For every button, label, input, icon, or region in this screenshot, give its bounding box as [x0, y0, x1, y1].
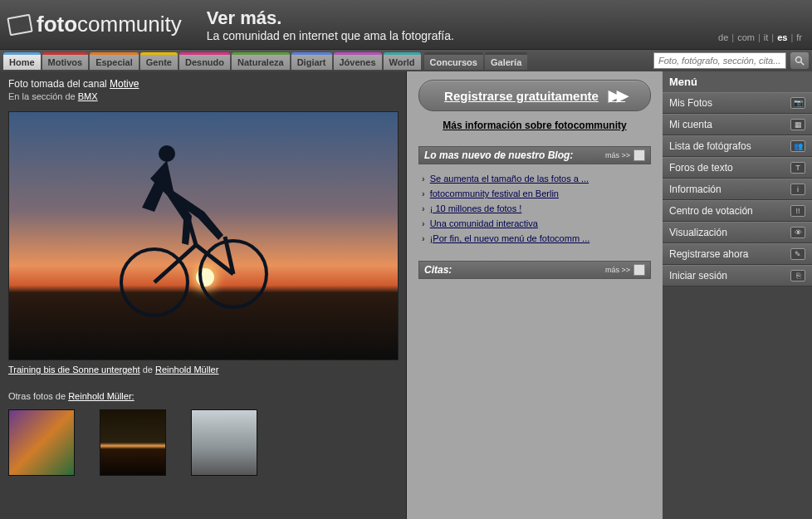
- lang-it[interactable]: it: [764, 32, 769, 42]
- sidebar-item-iniciar-sesión[interactable]: Iniciar sesión⎘: [663, 265, 812, 286]
- sidebar-item-label: Foros de texto: [669, 162, 733, 174]
- tagline: Ver más. La comunidad en internet que am…: [207, 7, 454, 42]
- sidebar-item-registrarse-ahora[interactable]: Registrarse ahora✎: [663, 243, 812, 265]
- blog-item: fotocommunity festival en Berlin: [422, 186, 648, 201]
- blog-item: Una comunidad interactiva: [422, 216, 648, 231]
- sidebar-item-label: Información: [669, 184, 722, 195]
- sidebar-title: Menú: [663, 71, 812, 92]
- sidebar-item-label: Mis Fotos: [669, 97, 712, 109]
- sidebar-item-icon: 📷: [790, 97, 805, 109]
- logo-bold: foto: [37, 12, 77, 37]
- thumbnail[interactable]: [8, 409, 75, 476]
- svg-point-8: [159, 145, 175, 162]
- photo-biker: [109, 137, 275, 320]
- thumbnail-row: [8, 409, 398, 476]
- language-switcher: de|com|it|es|fr: [718, 32, 802, 42]
- tab-naturaleza[interactable]: Naturaleza: [232, 52, 290, 70]
- blog-item: ¡ 10 millones de fotos !: [422, 201, 648, 216]
- tab-motivos[interactable]: Motivos: [42, 52, 89, 70]
- sidebar-item-label: Mi cuenta: [669, 119, 712, 130]
- search-input[interactable]: [653, 52, 786, 69]
- featured-section: En la sección de BMX: [8, 91, 398, 101]
- more-author-link[interactable]: Reinhold Müller:: [68, 391, 134, 401]
- caption-author-link[interactable]: Reinhold Müller: [155, 365, 218, 375]
- blog-list: Se aumenta el tamaño de las fotos a ...f…: [422, 171, 648, 246]
- blog-panel-header: Lo mas nuevo de nuestro Blog: más >>: [418, 146, 651, 164]
- citas-title: Citas:: [424, 264, 452, 276]
- sidebar-item-label: Centro de votación: [669, 205, 753, 217]
- nav-bar: HomeMotivosEspecialGenteDesnudoNaturalez…: [0, 50, 812, 71]
- sidebar-item-icon: ⎘: [790, 270, 805, 282]
- blog-link[interactable]: fotocommunity festival en Berlin: [430, 189, 559, 198]
- sidebar-item-mi-cuenta[interactable]: Mi cuenta▦: [663, 114, 812, 135]
- tagline-big: Ver más.: [207, 7, 454, 29]
- citas-panel-header: Citas: más >>: [418, 261, 651, 279]
- blog-link[interactable]: ¡Por fin, el nuevo menú de fotocomm ...: [430, 233, 590, 243]
- sidebar-item-label: Registrarse ahora: [669, 248, 748, 260]
- lang-fr[interactable]: fr: [796, 32, 802, 42]
- sidebar-item-icon: i: [790, 184, 805, 195]
- search-icon: [795, 56, 805, 66]
- blog-link[interactable]: ¡ 10 millones de fotos !: [430, 203, 522, 213]
- sidebar-item-label: Lista de fotógrafos: [669, 140, 751, 152]
- sidebar-item-mis-fotos[interactable]: Mis Fotos📷: [663, 92, 812, 114]
- svg-point-0: [796, 57, 802, 63]
- blog-more[interactable]: más >>: [605, 149, 645, 161]
- calendar-icon: [633, 149, 645, 161]
- sidebar-item-lista-de-fotógrafos[interactable]: Lista de fotógrafos👥: [663, 135, 812, 157]
- caption-title-link[interactable]: Training bis die Sonne untergeht: [8, 365, 140, 375]
- lang-com[interactable]: com: [737, 32, 755, 42]
- tab-concursos[interactable]: Concursos: [424, 52, 483, 70]
- featured-photo[interactable]: [8, 111, 399, 360]
- sidebar-item-label: Iniciar sesión: [669, 270, 727, 282]
- sidebar-item-icon: 👥: [790, 140, 805, 152]
- logo-text: fotocommunity: [37, 12, 182, 37]
- blog-item: ¡Por fin, el nuevo menú de fotocomm ...: [422, 231, 648, 246]
- header: fotocommunity Ver más. La comunidad en i…: [0, 0, 812, 50]
- featured-caption: Training bis die Sonne untergeht de Rein…: [8, 365, 398, 375]
- tab-world[interactable]: World: [384, 52, 421, 70]
- crumb-link-motive[interactable]: Motive: [110, 78, 139, 90]
- content: Foto tomada del canal Motive En la secci…: [0, 71, 812, 519]
- tab-home[interactable]: Home: [3, 52, 41, 70]
- tab-desnudo[interactable]: Desnudo: [179, 52, 230, 70]
- forward-icon: ▶▶: [609, 86, 625, 105]
- lang-de[interactable]: de: [718, 32, 728, 42]
- blog-link[interactable]: Una comunidad interactiva: [430, 218, 538, 228]
- main-column: Foto tomada del canal Motive En la secci…: [0, 71, 663, 519]
- sidebar-item-icon: 👁: [790, 227, 805, 238]
- info-column: Registrarse gratuitamente ▶▶ Más informa…: [407, 71, 663, 519]
- thumbnail[interactable]: [191, 409, 257, 476]
- tab-especial[interactable]: Especial: [90, 52, 139, 70]
- more-info-wrap: Más información sobre fotocommunity: [418, 120, 651, 131]
- sidebar-item-foros-de-texto[interactable]: Foros de textoT: [663, 157, 812, 179]
- sidebar: Menú Mis Fotos📷Mi cuenta▦Lista de fotógr…: [663, 71, 812, 519]
- sidebar-item-icon: T: [790, 162, 805, 174]
- blog-link[interactable]: Se aumenta el tamaño de las fotos a ...: [430, 174, 589, 184]
- thumbnail[interactable]: [100, 409, 166, 476]
- sidebar-item-información[interactable]: Informacióni: [663, 179, 812, 200]
- tab-jóvenes[interactable]: Jóvenes: [334, 52, 382, 70]
- featured-column: Foto tomada del canal Motive En la secci…: [0, 71, 407, 519]
- tab-digiart[interactable]: Digiart: [291, 52, 332, 70]
- blog-title: Lo mas nuevo de nuestro Blog:: [424, 149, 573, 161]
- more-info-link[interactable]: Más información sobre fotocommunity: [443, 120, 626, 131]
- blog-item: Se aumenta el tamaño de las fotos a ...: [422, 171, 648, 186]
- lang-es[interactable]: es: [777, 32, 787, 42]
- crumb-link-section[interactable]: BMX: [78, 91, 98, 101]
- register-button[interactable]: Registrarse gratuitamente ▶▶: [418, 80, 651, 111]
- logo[interactable]: fotocommunity: [8, 12, 182, 37]
- sidebar-item-icon: ▦: [790, 119, 805, 130]
- sidebar-item-visualización[interactable]: Visualización👁: [663, 222, 812, 243]
- sidebar-item-icon: ✎: [790, 248, 805, 260]
- citas-body: [418, 279, 651, 428]
- tab-gente[interactable]: Gente: [140, 52, 178, 70]
- citas-more[interactable]: más >>: [605, 264, 645, 276]
- sidebar-item-label: Visualización: [669, 227, 727, 238]
- calendar-icon: [633, 264, 645, 276]
- tab-galería[interactable]: Galería: [485, 52, 527, 70]
- more-photos-label: Otras fotos de Reinhold Müller:: [8, 391, 398, 401]
- search-button[interactable]: [790, 52, 809, 69]
- sidebar-item-centro-de-votación[interactable]: Centro de votación!!: [663, 200, 812, 222]
- featured-crumb: Foto tomada del canal Motive: [8, 78, 398, 90]
